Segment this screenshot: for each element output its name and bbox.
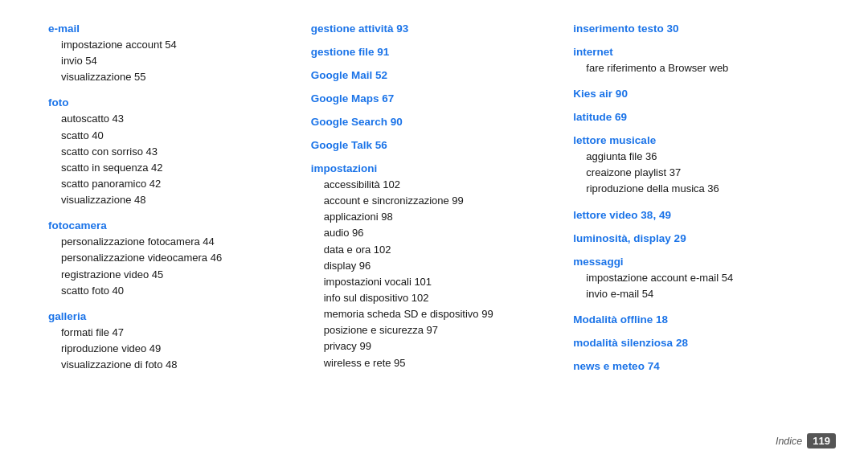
section-item-0-2-1: personalizzazione videocamera 46: [48, 250, 295, 266]
section-item-0-2-3: scatto foto 40: [48, 283, 295, 299]
section-title-2-3: latitude 69: [573, 111, 820, 123]
column-2: inserimento testo 30internetfare riferim…: [573, 23, 836, 427]
section-item-2-7-1: invio e-mail 54: [573, 286, 820, 302]
column-1: gestione attività 93gestione file 91Goog…: [311, 23, 574, 427]
section-1-2: Google Mail 52: [311, 69, 558, 81]
section-2-9: modalità silenziosa 28: [573, 337, 820, 349]
section-title-0-2: fotocamera: [48, 219, 295, 231]
section-item-1-6-1: account e sincronizzazione 99: [311, 193, 558, 209]
section-item-0-3-2: visualizzazione di foto 48: [48, 357, 295, 373]
section-item-0-2-2: registrazione video 45: [48, 267, 295, 283]
section-title-1-2: Google Mail 52: [311, 69, 558, 81]
section-2-1: internetfare riferimento a Browser web: [573, 46, 820, 76]
section-title-2-6: luminosità, display 29: [573, 232, 820, 244]
section-item-0-1-0: autoscatto 43: [48, 111, 295, 127]
section-item-0-1-2: scatto con sorriso 43: [48, 144, 295, 160]
section-item-1-6-9: posizione e sicurezza 97: [311, 322, 558, 338]
section-1-1: gestione file 91: [311, 46, 558, 58]
section-item-0-0-0: impostazione account 54: [48, 37, 295, 53]
section-item-1-6-5: display 96: [311, 258, 558, 274]
section-item-0-1-5: visualizzazione 48: [48, 192, 295, 208]
section-0-0: e-mailimpostazione account 54invio 54vis…: [48, 23, 295, 85]
section-item-1-6-7: info sul dispositivo 102: [311, 290, 558, 306]
section-title-2-7: messaggi: [573, 256, 820, 268]
section-item-2-4-0: aggiunta file 36: [573, 149, 820, 165]
section-item-1-6-2: applicazioni 98: [311, 209, 558, 225]
section-1-0: gestione attività 93: [311, 23, 558, 35]
section-item-2-4-2: riproduzione della musica 36: [573, 181, 820, 197]
section-item-1-6-11: wireless e rete 95: [311, 355, 558, 371]
section-1-4: Google Search 90: [311, 116, 558, 128]
section-item-2-4-1: creaizone playlist 37: [573, 165, 820, 181]
section-title-2-8: Modalità offline 18: [573, 313, 820, 326]
section-title-0-0: e-mail: [48, 23, 295, 35]
section-title-0-3: galleria: [48, 310, 295, 322]
section-2-4: lettore musicaleaggiunta file 36creaizon…: [573, 134, 820, 197]
section-2-8: Modalità offline 18: [573, 313, 820, 326]
section-2-3: latitude 69: [573, 111, 820, 123]
section-item-0-0-1: invio 54: [48, 53, 295, 69]
section-title-1-6: impostazioni: [311, 162, 558, 174]
section-item-0-1-1: scatto 40: [48, 128, 295, 144]
section-item-1-6-3: audio 96: [311, 225, 558, 241]
section-title-2-2: Kies air 90: [573, 88, 820, 100]
columns-wrapper: e-mailimpostazione account 54invio 54vis…: [48, 23, 836, 427]
section-item-1-6-10: privacy 99: [311, 338, 558, 354]
section-item-0-2-0: personalizzazione fotocamera 44: [48, 234, 295, 250]
section-title-2-4: lettore musicale: [573, 134, 820, 146]
section-2-10: news e meteo 74: [573, 360, 820, 372]
section-item-1-6-8: memoria scheda SD e dispositivo 99: [311, 306, 558, 322]
section-item-2-1-0: fare riferimento a Browser web: [573, 60, 820, 76]
column-0: e-mailimpostazione account 54invio 54vis…: [48, 23, 311, 427]
section-title-1-1: gestione file 91: [311, 46, 558, 58]
section-item-0-3-0: formati file 47: [48, 325, 295, 341]
section-item-2-7-0: impostazione account e-mail 54: [573, 270, 820, 286]
section-0-3: galleriaformati file 47riproduzione vide…: [48, 310, 295, 373]
section-title-1-5: Google Talk 56: [311, 139, 558, 151]
section-item-1-6-0: accessibilità 102: [311, 177, 558, 193]
section-title-1-0: gestione attività 93: [311, 23, 558, 35]
section-item-0-1-4: scatto panoramico 42: [48, 176, 295, 192]
footer-page: 119: [807, 433, 836, 448]
section-item-0-1-3: scatto in sequenza 42: [48, 160, 295, 176]
section-title-2-5: lettore video 38, 49: [573, 209, 820, 221]
page-container: e-mailimpostazione account 54invio 54vis…: [0, 0, 868, 471]
section-1-5: Google Talk 56: [311, 139, 558, 151]
section-1-6: impostazioniaccessibilità 102account e s…: [311, 162, 558, 371]
section-2-5: lettore video 38, 49: [573, 209, 820, 221]
section-item-0-3-1: riproduzione video 49: [48, 341, 295, 357]
section-2-6: luminosità, display 29: [573, 232, 820, 244]
section-item-1-6-6: impostazioni vocali 101: [311, 274, 558, 290]
section-0-2: fotocamerapersonalizzazione fotocamera 4…: [48, 219, 295, 299]
section-title-2-10: news e meteo 74: [573, 360, 820, 372]
section-title-2-0: inserimento testo 30: [573, 23, 820, 35]
section-2-0: inserimento testo 30: [573, 23, 820, 35]
section-title-1-3: Google Maps 67: [311, 92, 558, 104]
section-title-0-1: foto: [48, 96, 295, 109]
footer-label: Indice: [776, 436, 802, 447]
section-title-2-1: internet: [573, 46, 820, 58]
section-title-2-9: modalità silenziosa 28: [573, 337, 820, 349]
section-item-1-6-4: data e ora 102: [311, 242, 558, 258]
section-title-1-4: Google Search 90: [311, 116, 558, 128]
page-footer: Indice 119: [48, 433, 836, 448]
section-2-7: messaggiimpostazione account e-mail 54in…: [573, 256, 820, 302]
section-0-1: fotoautoscatto 43scatto 40scatto con sor…: [48, 96, 295, 208]
section-1-3: Google Maps 67: [311, 92, 558, 104]
section-item-0-0-2: visualizzazione 55: [48, 69, 295, 85]
section-2-2: Kies air 90: [573, 88, 820, 100]
